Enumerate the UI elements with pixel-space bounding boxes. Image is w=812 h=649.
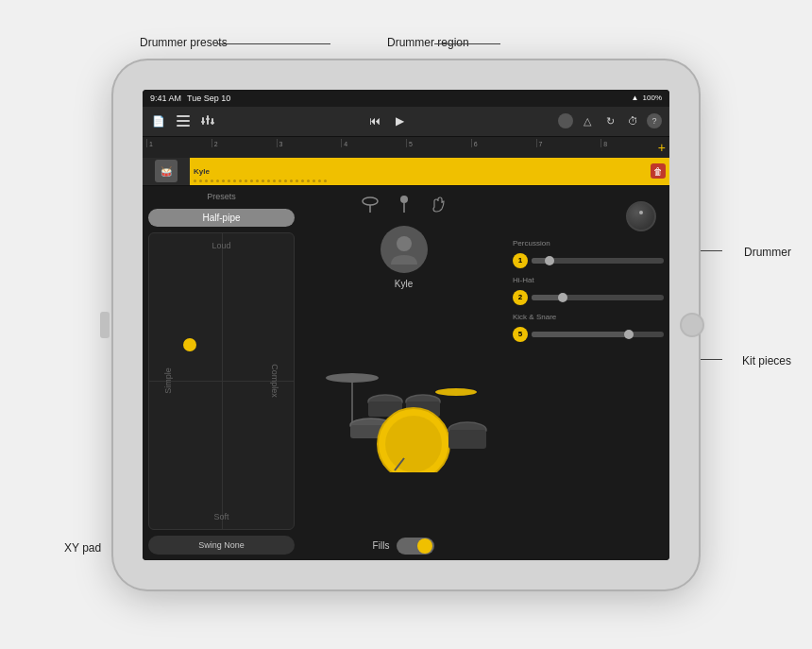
kick-snare-slider-fill (532, 332, 631, 337)
drum-kit-svg (314, 350, 494, 472)
preset-half-pipe[interactable]: Half-pipe (148, 209, 295, 227)
xy-soft-label: Soft (213, 512, 228, 521)
left-panel: Presets Half-pipe Loud Soft Simple Compl… (148, 192, 295, 555)
ipad-volume-button[interactable] (100, 312, 110, 338)
ruler-mark-1: 1 (146, 139, 211, 147)
xy-divider-vertical (222, 233, 223, 529)
fills-toggle[interactable] (397, 538, 434, 555)
ruler-mark-2: 2 (211, 139, 277, 147)
kit-section-percussion: Percussion 1 (513, 239, 664, 268)
ruler-mark-3: 3 (277, 139, 342, 147)
stick-instrument-icon[interactable] (392, 192, 416, 216)
settings-icon[interactable]: ⏱ (624, 112, 641, 129)
drummer-track-icon: 🥁 (155, 160, 178, 182)
drummer-avatar[interactable] (381, 226, 428, 273)
presets-label: Presets (148, 192, 295, 201)
annotation-kit-pieces: Kit pieces (742, 354, 791, 367)
xy-position-dot[interactable] (183, 338, 196, 351)
ruler-mark-6: 6 (471, 139, 536, 147)
knob-area (513, 201, 664, 231)
drummer-section: Presets Half-pipe Loud Soft Simple Compl… (143, 186, 669, 560)
kick-snare-label: Kick & Snare (513, 313, 664, 321)
transport-controls: ⏮ ▶ (365, 111, 409, 130)
kit-section-kick-snare: Kick & Snare 5 (513, 313, 664, 342)
wifi-icon: ▲ (632, 94, 639, 102)
right-panel: Percussion 1 Hi-Hat 2 (513, 192, 664, 555)
track-region-label: Kyle (194, 167, 210, 176)
tracks-button[interactable] (175, 112, 192, 129)
ipad-home-button[interactable] (680, 313, 704, 337)
svg-point-13 (397, 236, 412, 251)
xy-pad[interactable]: Loud Soft Simple Complex (148, 232, 295, 530)
record-button[interactable] (558, 113, 573, 128)
track-region-pattern (194, 179, 651, 182)
play-button[interactable]: ▶ (390, 111, 409, 130)
status-bar-right: ▲ 100% (632, 94, 662, 102)
drummer-editor: Presets Half-pipe Loud Soft Simple Compl… (143, 186, 669, 560)
hihat-slider[interactable] (532, 295, 664, 300)
status-bar-left: 9:41 AM Tue Sep 10 (150, 94, 230, 103)
add-track-button[interactable]: + (658, 140, 666, 155)
drummer-name: Kyle (395, 279, 413, 289)
annotation-drummer: Drummer (744, 246, 791, 259)
new-track-button[interactable]: 📄 (150, 112, 167, 129)
xy-complex-label: Complex (270, 364, 279, 398)
metronome-icon[interactable]: △ (579, 112, 596, 129)
kick-snare-slider-thumb[interactable] (624, 330, 634, 339)
percussion-slider[interactable] (532, 258, 664, 264)
svg-rect-0 (177, 115, 190, 117)
annotation-xy-pad: XY pad (64, 541, 101, 555)
ruler-mark-5: 5 (406, 139, 471, 147)
svg-rect-2 (177, 125, 190, 127)
hand-instrument-icon[interactable] (426, 192, 450, 216)
xy-simple-label: Simple (163, 367, 173, 394)
swing-menu-button[interactable]: Swing None (148, 536, 295, 555)
ipad-frame: 9:41 AM Tue Sep 10 ▲ 100% 📄 (113, 60, 699, 589)
svg-rect-8 (211, 122, 214, 124)
master-knob[interactable] (626, 201, 656, 231)
mixer-button[interactable] (199, 112, 216, 129)
kick-snare-slider[interactable] (532, 332, 664, 337)
ruler-mark-4: 4 (341, 139, 406, 147)
hihat-slider-thumb[interactable] (558, 293, 567, 302)
ruler-mark-7: 7 (536, 139, 601, 147)
svg-rect-1 (177, 120, 190, 122)
annotation-drummer-region: Drummer region (387, 36, 469, 49)
track-header: 🥁 (143, 158, 190, 185)
skip-back-button[interactable]: ⏮ (365, 111, 384, 130)
percussion-slider-thumb[interactable] (545, 256, 554, 265)
hihat-badge: 2 (513, 290, 528, 305)
hihat-slider-row: 2 (513, 290, 664, 305)
delete-region-button[interactable]: 🗑 (651, 163, 666, 179)
svg-point-14 (326, 373, 379, 383)
ipad-screen: 9:41 AM Tue Sep 10 ▲ 100% 📄 (143, 90, 669, 560)
kick-snare-badge: 5 (513, 327, 528, 342)
fills-row: Fills (373, 538, 435, 555)
fills-toggle-knob (417, 538, 432, 554)
battery-label: 100% (643, 94, 662, 102)
loop-icon[interactable]: ↻ (601, 112, 618, 129)
svg-point-9 (363, 197, 378, 205)
hihat-label: Hi-Hat (513, 276, 664, 284)
svg-point-24 (385, 416, 442, 472)
kick-snare-slider-row: 5 (513, 327, 664, 342)
track-region[interactable]: Kyle 🗑 (190, 158, 669, 185)
svg-rect-6 (201, 121, 205, 123)
percussion-badge: 1 (513, 253, 528, 268)
help-icon[interactable]: ? (647, 113, 662, 128)
percussion-slider-row: 1 (513, 253, 664, 268)
ruler-mark-8: 8 (601, 139, 666, 147)
toolbar-right: △ ↻ ⏱ ? (558, 112, 662, 129)
svg-point-11 (400, 196, 408, 203)
svg-rect-7 (206, 118, 210, 120)
status-date: Tue Sep 10 (187, 94, 230, 103)
percussion-label: Percussion (513, 239, 664, 248)
status-bar: 9:41 AM Tue Sep 10 ▲ 100% (143, 90, 669, 107)
timeline-ruler[interactable]: 1 2 3 4 5 6 7 8 + (143, 137, 669, 158)
status-time: 9:41 AM (150, 94, 181, 103)
track-row: 🥁 Kyle 🗑 (143, 158, 669, 186)
svg-point-15 (435, 388, 477, 396)
hihat-instrument-icon[interactable] (358, 192, 382, 216)
fills-label: Fills (373, 540, 390, 551)
center-panel: Kyle (300, 192, 507, 555)
